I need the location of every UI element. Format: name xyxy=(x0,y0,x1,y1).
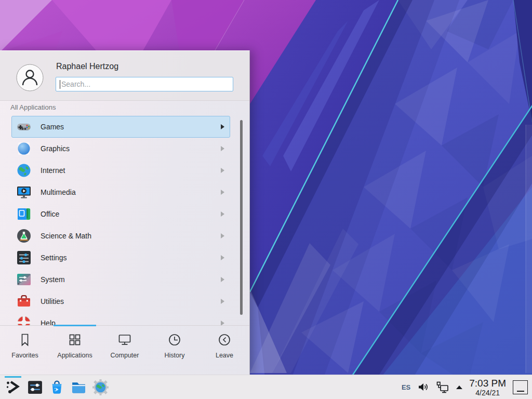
menu-item-utilities[interactable]: Utilities xyxy=(11,290,230,312)
menu-item-science-math[interactable]: Science & Math xyxy=(11,225,230,247)
menu-item-multimedia[interactable]: Multimedia xyxy=(11,181,230,203)
tab-favorites[interactable]: Favorites xyxy=(0,326,50,375)
web-browser-button[interactable] xyxy=(89,375,111,399)
submenu-arrow-icon xyxy=(221,233,224,238)
category-list: Games Graphics xyxy=(0,116,249,326)
settings-category-icon xyxy=(16,249,32,266)
keyboard-layout-indicator[interactable]: ES xyxy=(402,383,410,391)
menu-item-help[interactable]: Help xyxy=(11,312,230,326)
launcher-tab-bar: Favorites Applications C xyxy=(0,325,249,375)
menu-item-label: Office xyxy=(41,210,59,218)
clock-time: 7:03 PM xyxy=(469,378,506,388)
tab-computer[interactable]: Computer xyxy=(100,326,150,375)
digital-clock[interactable]: 7:03 PM 4/24/21 xyxy=(469,378,506,396)
tab-leave[interactable]: Leave xyxy=(200,326,249,375)
submenu-arrow-icon xyxy=(221,146,224,151)
menu-item-graphics[interactable]: Graphics xyxy=(11,138,230,159)
submenu-arrow-icon xyxy=(221,124,224,129)
tab-history[interactable]: History xyxy=(150,326,200,375)
graphics-category-icon xyxy=(16,140,32,157)
taskbar-panel: ES 7:03 PM 4/24/21 xyxy=(0,375,532,399)
menu-item-label: Games xyxy=(41,123,64,131)
help-category-icon xyxy=(16,315,32,326)
submenu-arrow-icon xyxy=(221,168,224,173)
submenu-arrow-icon xyxy=(221,299,224,304)
multimedia-category-icon xyxy=(16,184,32,201)
leave-back-icon xyxy=(217,332,232,347)
menu-item-office[interactable]: Office xyxy=(11,203,230,225)
favorites-bookmark-icon xyxy=(18,332,32,347)
utilities-category-icon xyxy=(16,293,32,310)
file-manager-button[interactable] xyxy=(68,375,89,399)
search-box[interactable] xyxy=(56,77,233,91)
submenu-arrow-icon xyxy=(221,211,224,217)
discover-button[interactable] xyxy=(46,375,68,399)
office-category-icon xyxy=(16,206,32,222)
launcher-header: Raphael Hertzog xyxy=(0,51,249,101)
system-settings-button[interactable] xyxy=(24,375,46,399)
globe-browser-icon xyxy=(92,379,109,396)
folder-icon xyxy=(70,379,87,396)
scrollbar-thumb[interactable] xyxy=(240,120,243,315)
tab-label: Computer xyxy=(111,352,139,359)
applications-grid-icon xyxy=(68,332,82,347)
tab-label: History xyxy=(165,352,185,359)
menu-item-system[interactable]: System xyxy=(11,269,230,290)
games-category-icon xyxy=(16,118,32,135)
tab-label: Favorites xyxy=(11,352,38,359)
tab-label: Leave xyxy=(216,352,233,359)
user-name: Raphael Hertzog xyxy=(56,62,118,71)
clock-date: 4/24/21 xyxy=(475,389,500,396)
application-launcher-popup: Raphael Hertzog All Applications Games xyxy=(0,50,250,375)
menu-item-internet[interactable]: Internet xyxy=(11,159,230,181)
user-avatar-icon[interactable] xyxy=(16,64,44,91)
menu-item-label: Utilities xyxy=(41,297,64,305)
tab-label: Applications xyxy=(57,352,92,359)
tab-applications[interactable]: Applications xyxy=(50,326,100,375)
computer-monitor-icon xyxy=(117,332,132,347)
menu-item-settings[interactable]: Settings xyxy=(11,247,230,269)
kde-launcher-icon xyxy=(5,379,21,395)
submenu-arrow-icon xyxy=(221,277,224,282)
submenu-arrow-icon xyxy=(221,255,224,260)
submenu-arrow-icon xyxy=(221,190,224,195)
system-tray: ES 7:03 PM 4/24/21 xyxy=(402,375,532,399)
menu-item-label: Graphics xyxy=(41,144,70,153)
history-clock-icon xyxy=(167,332,182,347)
science-category-icon xyxy=(16,228,32,244)
system-settings-icon xyxy=(26,379,44,396)
application-launcher-button[interactable] xyxy=(2,375,24,399)
network-icon[interactable] xyxy=(436,381,449,394)
show-desktop-button[interactable] xyxy=(513,380,528,394)
menu-item-label: System xyxy=(41,275,65,284)
internet-category-icon xyxy=(16,162,32,179)
tray-expander-arrow-icon[interactable] xyxy=(456,385,462,389)
search-input[interactable] xyxy=(56,77,233,91)
desktop: Raphael Hertzog All Applications Games xyxy=(0,0,532,399)
menu-item-label: Multimedia xyxy=(41,188,76,196)
volume-icon[interactable] xyxy=(417,381,429,393)
menu-item-games[interactable]: Games xyxy=(11,116,230,138)
menu-item-label: Science & Math xyxy=(41,232,91,240)
section-label: All Applications xyxy=(10,103,56,111)
discover-software-icon xyxy=(48,379,65,396)
menu-item-label: Settings xyxy=(41,254,67,262)
system-category-icon xyxy=(16,271,32,288)
taskbar-pinned-apps xyxy=(0,375,111,399)
menu-item-label: Internet xyxy=(41,166,65,175)
